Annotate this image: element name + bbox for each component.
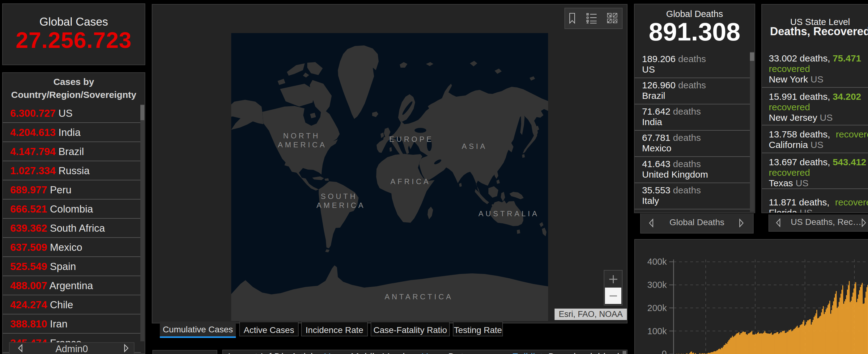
svg-text:ASIA: ASIA: [462, 142, 488, 151]
svg-text:AUSTRALIA: AUSTRALIA: [478, 210, 539, 218]
svg-text:SOUTH: SOUTH: [321, 192, 358, 200]
svg-text:AMERICA: AMERICA: [278, 140, 327, 149]
svg-text:0: 0: [662, 349, 667, 354]
svg-text:AFRICA: AFRICA: [391, 177, 431, 186]
svg-text:100k: 100k: [647, 326, 667, 336]
svg-text:EUROPE: EUROPE: [389, 135, 433, 143]
svg-text:AMERICA: AMERICA: [316, 201, 365, 210]
svg-text:200k: 200k: [647, 303, 667, 313]
svg-text:NORTH: NORTH: [283, 132, 320, 140]
svg-text:400k: 400k: [647, 257, 667, 266]
svg-text:ANTARCTICA: ANTARCTICA: [384, 292, 453, 301]
svg-text:300k: 300k: [647, 280, 667, 290]
